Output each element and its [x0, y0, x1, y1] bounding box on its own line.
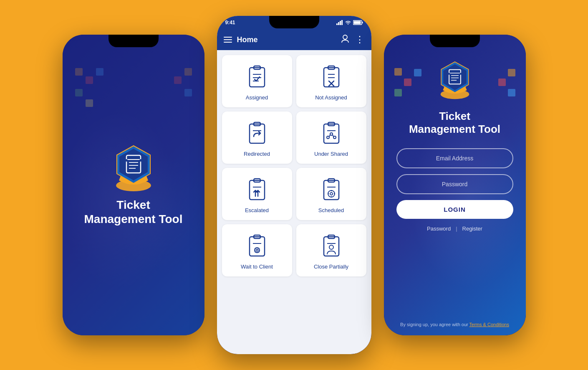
card-assigned-label: Assigned	[246, 94, 268, 101]
not-assigned-icon	[320, 65, 342, 90]
login-logo	[436, 60, 474, 103]
login-content: Ticket Management Tool LOGIN Password | …	[384, 60, 526, 232]
hamburger-menu[interactable]	[224, 37, 232, 43]
login-button[interactable]: LOGIN	[396, 200, 513, 219]
signal-icon	[336, 20, 343, 25]
svg-point-37	[330, 133, 333, 135]
more-options-icon[interactable]: ⋮	[355, 34, 365, 45]
phone-login: Ticket Management Tool LOGIN Password | …	[384, 35, 526, 335]
app-logo	[111, 144, 156, 190]
login-screen: Ticket Management Tool LOGIN Password | …	[384, 35, 526, 335]
redirected-icon	[246, 122, 268, 147]
home-screen: 9:41	[217, 16, 371, 354]
svg-line-63	[255, 248, 255, 249]
svg-line-64	[258, 251, 259, 252]
card-close-partially[interactable]: Close Partially	[296, 224, 366, 276]
status-icons	[336, 20, 363, 25]
svg-point-19	[343, 35, 347, 39]
login-footer: By signing up, you agree with our Terms …	[384, 322, 526, 327]
card-not-assigned[interactable]: Not Assigned	[296, 55, 366, 107]
svg-rect-42	[250, 180, 265, 200]
card-scheduled-label: Scheduled	[318, 207, 344, 213]
svg-line-41	[333, 135, 333, 137]
wait-client-icon	[246, 234, 268, 259]
svg-point-10	[139, 159, 142, 162]
svg-point-70	[329, 245, 333, 249]
login-links: Password | Register	[427, 226, 482, 232]
svg-point-39	[333, 136, 336, 139]
login-title: Ticket Management Tool	[409, 110, 500, 136]
profile-icon[interactable]	[340, 34, 350, 46]
card-escalated-label: Escalated	[245, 207, 269, 213]
card-redirected-label: Redirected	[244, 151, 270, 157]
card-scheduled[interactable]: Scheduled	[296, 168, 366, 220]
separator: |	[456, 226, 457, 232]
terms-link[interactable]: Terms & Conditions	[469, 322, 509, 327]
svg-line-40	[329, 135, 330, 137]
card-escalated[interactable]: Escalated	[222, 168, 292, 220]
nav-title: Home	[237, 35, 335, 44]
escalated-icon	[246, 178, 268, 203]
svg-point-38	[327, 136, 329, 139]
svg-point-9	[125, 159, 128, 162]
svg-rect-54	[250, 237, 265, 256]
notch	[269, 16, 319, 28]
wifi-icon	[345, 20, 351, 25]
menu-grid: Assigned Not Assigned	[217, 50, 371, 354]
svg-line-65	[258, 248, 259, 249]
password-input[interactable]	[396, 174, 513, 194]
notch	[430, 35, 480, 47]
close-partially-icon	[320, 234, 342, 259]
notch	[109, 35, 159, 47]
svg-rect-13	[340, 21, 341, 25]
password-link[interactable]: Password	[427, 226, 451, 232]
svg-rect-17	[362, 22, 363, 23]
svg-rect-18	[353, 21, 361, 24]
svg-point-48	[328, 190, 335, 197]
assigned-icon	[246, 65, 268, 90]
splash-content: Ticket Management Tool	[84, 144, 183, 226]
card-close-partially-label: Close Partially	[314, 264, 348, 270]
card-wait-client-label: Wait to Client	[241, 264, 273, 270]
svg-point-79	[448, 73, 450, 75]
card-under-shared-label: Under Shared	[314, 151, 348, 157]
phone-splash: Ticket Management Tool	[63, 35, 204, 335]
svg-point-58	[256, 249, 258, 251]
card-under-shared[interactable]: Under Shared	[296, 112, 366, 164]
card-redirected[interactable]: Redirected	[222, 112, 292, 164]
splash-background: Ticket Management Tool	[63, 35, 204, 335]
svg-point-15	[347, 23, 348, 24]
card-not-assigned-label: Not Assigned	[315, 94, 347, 101]
svg-rect-12	[338, 22, 339, 25]
phone-home: 9:41	[217, 16, 371, 354]
splash-title: Ticket Management Tool	[84, 198, 183, 226]
svg-rect-14	[341, 20, 343, 25]
navigation-bar: Home ⋮	[217, 29, 371, 50]
svg-point-49	[330, 193, 333, 195]
svg-rect-11	[336, 23, 338, 25]
email-input[interactable]	[396, 148, 513, 168]
register-link[interactable]: Register	[462, 226, 482, 232]
card-assigned[interactable]: Assigned	[222, 55, 292, 107]
svg-rect-34	[324, 124, 339, 143]
battery-icon	[353, 20, 363, 25]
card-wait-client[interactable]: Wait to Client	[222, 224, 292, 276]
svg-rect-67	[324, 237, 339, 256]
svg-point-80	[459, 73, 462, 75]
time: 9:41	[225, 20, 235, 25]
scheduled-icon	[320, 178, 342, 203]
under-shared-icon	[320, 122, 342, 147]
svg-line-66	[255, 251, 255, 252]
